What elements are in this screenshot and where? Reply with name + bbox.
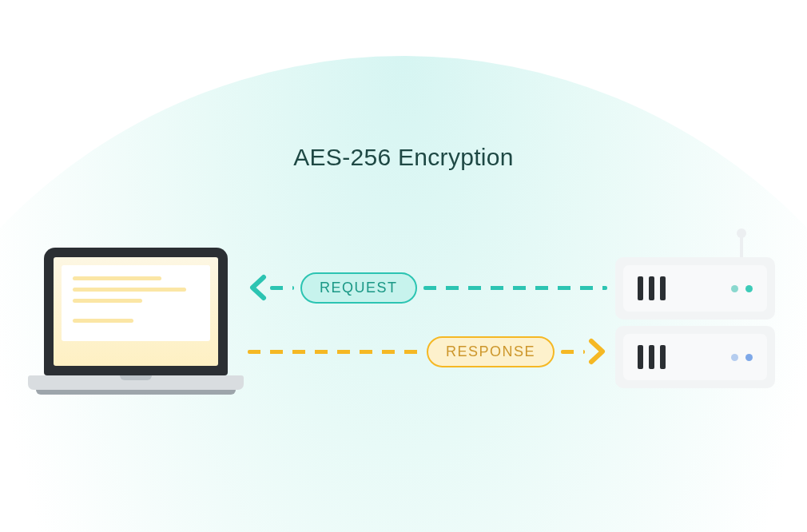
- server-icon: [615, 232, 775, 407]
- laptop-foot: [36, 390, 236, 395]
- laptop-icon: [28, 248, 244, 407]
- request-flow: REQUEST: [248, 272, 607, 304]
- server-status-lights: [731, 285, 753, 292]
- arrow-right-icon: [585, 338, 607, 365]
- server-unit: [615, 326, 775, 388]
- laptop-page: [62, 265, 210, 341]
- laptop-notch: [120, 375, 152, 380]
- laptop-screen-inner: [54, 257, 218, 366]
- laptop-text-line: [73, 299, 142, 303]
- dashed-line: [248, 350, 420, 354]
- laptop-screen-frame: [44, 248, 228, 375]
- server-panel: [623, 334, 767, 380]
- request-label: REQUEST: [300, 272, 417, 304]
- server-vents-icon: [638, 345, 666, 369]
- laptop-text-line: [73, 288, 186, 292]
- arrow-left-icon: [248, 274, 270, 301]
- laptop-text-line: [73, 319, 133, 323]
- dashed-line: [270, 286, 294, 290]
- laptop-base: [28, 375, 244, 390]
- dashed-line: [423, 286, 607, 290]
- server-antenna-tip: [737, 228, 746, 238]
- laptop-text-line: [73, 276, 161, 280]
- response-flow: RESPONSE: [248, 335, 607, 367]
- server-unit: [615, 257, 775, 320]
- diagram-content: REQUEST RESPONSE: [0, 224, 807, 431]
- server-panel: [623, 265, 767, 312]
- diagram-title: AES-256 Encryption: [0, 144, 807, 171]
- dashed-line: [561, 350, 585, 354]
- server-status-lights: [731, 354, 753, 361]
- response-label: RESPONSE: [427, 336, 555, 367]
- server-vents-icon: [638, 276, 666, 300]
